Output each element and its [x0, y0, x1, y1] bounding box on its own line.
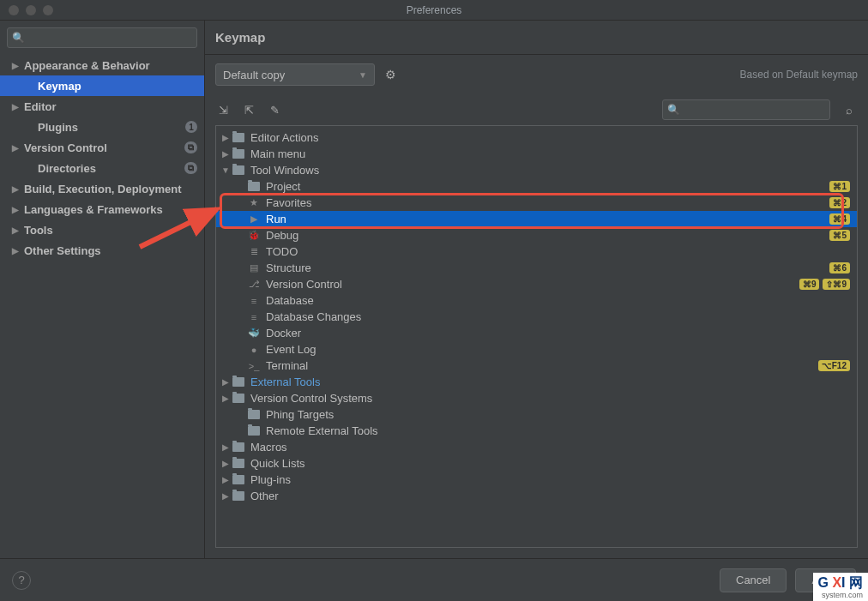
tree-row-quick-lists[interactable]: ▶Quick Lists	[216, 455, 857, 472]
chevron-icon: ▶	[12, 61, 24, 70]
chevron-down-icon: ▼	[359, 70, 367, 80]
sidebar-item-label: Keymap	[38, 80, 197, 93]
sidebar-item-label: Version Control	[24, 141, 184, 154]
tree-row-event-log[interactable]: ●Event Log	[216, 341, 857, 358]
window-controls	[0, 5, 53, 15]
sidebar-item-appearance-behavior[interactable]: ▶Appearance & Behavior	[0, 55, 204, 75]
chevron-icon: ▶	[220, 394, 232, 403]
folder-icon	[232, 490, 245, 503]
tree-row-terminal[interactable]: >_Terminal⌥F12	[216, 358, 857, 374]
tree-label: Debug	[266, 229, 826, 242]
folder-icon	[247, 424, 261, 438]
tree-label: Main menu	[250, 147, 850, 160]
tree-label: Docker	[266, 327, 850, 340]
tree-row-version-control[interactable]: ⎇Version Control⌘9⇧⌘9	[216, 276, 857, 292]
tree-label: Remote External Tools	[266, 424, 850, 437]
tree-label: Quick Lists	[250, 457, 850, 470]
tree-row-database[interactable]: ≡Database	[216, 292, 857, 309]
sidebar-item-plugins[interactable]: Plugins1	[0, 117, 204, 137]
shortcut-badge: ⇧⌘9	[823, 279, 850, 290]
debug-icon: 🐞	[247, 229, 261, 243]
tree-label: Phing Targets	[266, 408, 850, 421]
folder-icon	[232, 376, 245, 389]
chevron-icon: ▶	[220, 149, 232, 159]
sidebar-item-directories[interactable]: Directories⧉	[0, 158, 204, 178]
sidebar-item-build-execution-deployment[interactable]: ▶Build, Execution, Deployment	[0, 178, 204, 199]
filter-input[interactable]	[662, 99, 830, 120]
folder-icon	[232, 392, 245, 406]
tree-row-structure[interactable]: ▤Structure⌘6	[216, 260, 857, 276]
folder-icon	[247, 408, 261, 422]
tree-row-tool-windows[interactable]: ▼Tool Windows	[216, 162, 857, 178]
footer: ? Cancel Apply	[0, 558, 868, 601]
shortcut-badge: ⌘4	[829, 213, 850, 225]
gear-icon[interactable]: ⚙	[382, 66, 399, 83]
expand-all-icon[interactable]: ⇲	[215, 102, 231, 117]
watermark: G XI 网 system.com	[813, 573, 868, 601]
sidebar-item-label: Plugins	[38, 121, 185, 134]
tree-row-version-control-systems[interactable]: ▶Version Control Systems	[216, 390, 857, 406]
chevron-icon: ▶	[12, 184, 24, 194]
zoom-icon[interactable]	[43, 5, 53, 15]
close-icon[interactable]	[9, 5, 19, 15]
tree-row-editor-actions[interactable]: ▶Editor Actions	[216, 129, 857, 146]
tree-row-database-changes[interactable]: ≡Database Changes	[216, 309, 857, 325]
tree-label: Editor Actions	[250, 131, 850, 144]
docker-icon: 🐳	[247, 327, 261, 340]
sidebar: 🔍 ▶Appearance & BehaviorKeymap▶EditorPlu…	[0, 21, 205, 558]
tree-label: Favorites	[266, 196, 826, 209]
sidebar-item-other-settings[interactable]: ▶Other Settings	[0, 240, 204, 261]
term-icon: >_	[247, 359, 261, 373]
shortcut-badge: ⌘1	[829, 181, 850, 192]
sidebar-item-label: Tools	[24, 224, 197, 237]
sidebar-item-editor[interactable]: ▶Editor	[0, 96, 204, 117]
db-icon: ≡	[247, 310, 261, 324]
tree-row-phing-targets[interactable]: Phing Targets	[216, 406, 857, 423]
tree-row-run[interactable]: ▶Run⌘4	[216, 211, 857, 227]
page-title: Keymap	[205, 21, 868, 55]
tree-row-todo[interactable]: ≣TODO	[216, 243, 857, 260]
tree-row-plug-ins[interactable]: ▶Plug-ins	[216, 472, 857, 488]
sidebar-item-tools[interactable]: ▶Tools	[0, 219, 204, 240]
chevron-icon: ▼	[220, 165, 232, 175]
tree-row-docker[interactable]: 🐳Docker	[216, 325, 857, 341]
tree-label: Database	[266, 294, 850, 307]
content: Keymap Default copy ▼ ⚙ Based on Default…	[205, 21, 868, 558]
based-on-label: Based on Default keymap	[740, 69, 858, 81]
folder-icon	[232, 131, 245, 145]
tree-label: Other	[250, 490, 850, 502]
badge: ⧉	[184, 162, 197, 174]
tree-row-remote-external-tools[interactable]: Remote External Tools	[216, 423, 857, 439]
struct-icon: ▤	[247, 261, 261, 275]
help-icon[interactable]: ?	[12, 571, 31, 590]
tree-label: Structure	[266, 261, 826, 274]
chevron-icon: ▶	[220, 491, 232, 501]
sidebar-item-label: Languages & Frameworks	[24, 203, 197, 216]
tree-row-external-tools[interactable]: ▶External Tools	[216, 374, 857, 390]
tree-row-main-menu[interactable]: ▶Main menu	[216, 146, 857, 162]
collapse-all-icon[interactable]: ⇱	[241, 102, 256, 117]
tree-row-debug[interactable]: 🐞Debug⌘5	[216, 227, 857, 243]
minimize-icon[interactable]	[26, 5, 36, 15]
sidebar-item-label: Editor	[24, 100, 197, 113]
tree-label: Database Changes	[266, 310, 850, 323]
tree-row-favorites[interactable]: ★Favorites⌘2	[216, 195, 857, 211]
chevron-icon: ▶	[12, 102, 24, 111]
scheme-dropdown[interactable]: Default copy ▼	[215, 63, 375, 86]
tree-row-project[interactable]: Project⌘1	[216, 178, 857, 195]
edit-icon[interactable]: ✎	[267, 102, 282, 117]
sidebar-item-keymap[interactable]: Keymap	[0, 75, 204, 96]
tree-label: Macros	[250, 441, 850, 454]
cancel-button[interactable]: Cancel	[720, 568, 787, 592]
tree-row-other[interactable]: ▶Other	[216, 488, 857, 504]
find-action-icon[interactable]: ⌕	[841, 101, 858, 118]
sidebar-item-version-control[interactable]: ▶Version Control⧉	[0, 137, 204, 158]
sidebar-item-label: Appearance & Behavior	[24, 59, 197, 72]
shortcut-badge: ⌘5	[829, 230, 850, 241]
sidebar-item-languages-frameworks[interactable]: ▶Languages & Frameworks	[0, 199, 204, 219]
sidebar-search-input[interactable]	[7, 27, 197, 48]
keymap-tree[interactable]: ▶Editor Actions▶Main menu▼Tool WindowsPr…	[215, 125, 858, 548]
tree-label: Project	[266, 180, 826, 193]
folder-icon	[232, 457, 245, 471]
tree-row-macros[interactable]: ▶Macros	[216, 439, 857, 455]
